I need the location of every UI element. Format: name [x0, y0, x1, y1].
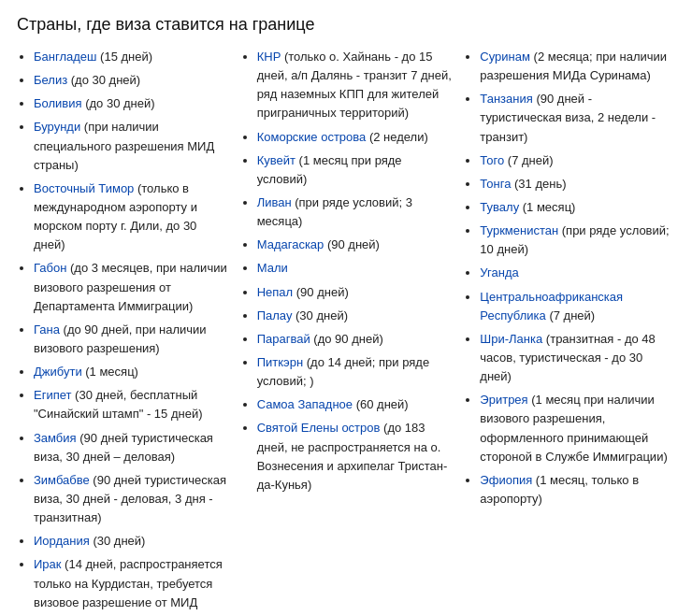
- list-item: Палау (30 дней): [257, 307, 453, 325]
- country-note: (30 дней): [292, 308, 348, 322]
- country-note: (60 дней): [353, 397, 409, 411]
- country-link[interactable]: Ирак: [34, 557, 62, 571]
- country-link[interactable]: Кувейт: [257, 153, 296, 167]
- country-note: (90 дней): [293, 285, 349, 299]
- country-link[interactable]: Ливан: [257, 195, 292, 209]
- country-link[interactable]: Питкэрн: [257, 355, 303, 369]
- list-item: Шри-Ланка (транзитная - до 48 часов, тур…: [480, 330, 675, 386]
- list-item: Кувейт (1 месяц при ряде условий): [257, 151, 453, 189]
- list-item: Танзания (90 дней - туристическая виза, …: [480, 90, 675, 146]
- list-item: Иордания (30 дней): [34, 532, 229, 551]
- list-item: Уганда: [480, 264, 675, 282]
- list-item: Белиз (до 30 дней): [34, 71, 229, 90]
- main-columns: Бангладеш (15 дней)Белиз (до 30 дней)Бол…: [17, 48, 675, 616]
- country-note: (90 дней): [324, 237, 380, 251]
- country-link[interactable]: Египет: [34, 388, 71, 402]
- country-note: (до 30 дней): [67, 73, 140, 87]
- list-item: Питкэрн (до 14 дней; при ряде условий; ): [257, 353, 453, 391]
- country-link[interactable]: Зимбабве: [34, 473, 90, 487]
- country-link[interactable]: Белиз: [34, 73, 67, 87]
- country-note: (7 дней): [546, 308, 595, 322]
- country-link[interactable]: Иордания: [34, 534, 90, 548]
- list-item: Египет (30 дней, бесплатный "Синайский ш…: [34, 386, 229, 423]
- country-note: (7 дней): [504, 153, 553, 167]
- country-note: (только о. Хайнань - до 15 дней, а/п Дал…: [257, 50, 452, 120]
- list-item: Эфиопия (1 месяц, только в аэропорту): [480, 471, 675, 509]
- country-note: (до 30 дней): [82, 96, 155, 110]
- country-link[interactable]: Святой Елены остров: [257, 421, 381, 435]
- list-item: Ливан (при ряде условий; 3 месяца): [257, 193, 453, 231]
- country-link[interactable]: Мали: [257, 261, 288, 275]
- country-link[interactable]: Непал: [257, 285, 293, 299]
- column-1-list: Бангладеш (15 дней)Белиз (до 30 дней)Бол…: [17, 48, 229, 616]
- list-item: Парагвай (до 90 дней): [257, 330, 453, 349]
- page-title: Страны, где виза ставится на границе: [17, 15, 675, 35]
- country-link[interactable]: Гана: [34, 322, 60, 337]
- list-item: Тувалу (1 месяц): [480, 198, 675, 217]
- list-item: Мали: [257, 259, 453, 278]
- country-note: (15 дней): [96, 50, 152, 64]
- list-item: Коморские острова (2 недели): [257, 128, 453, 147]
- country-link[interactable]: Эритрея: [480, 393, 527, 407]
- column-3-list: Суринам (2 месяца; при наличии разрешени…: [463, 48, 675, 509]
- list-item: Восточный Тимор (только в международном …: [34, 179, 229, 255]
- country-note: (30 дней): [90, 534, 146, 548]
- list-item: КНР (только о. Хайнань - до 15 дней, а/п…: [257, 48, 453, 123]
- country-link[interactable]: Бурунди: [34, 120, 80, 134]
- list-item: Центральноафриканская Республика (7 дней…: [480, 288, 675, 325]
- list-item: Замбия (90 дней туристическая виза, 30 д…: [34, 429, 229, 466]
- list-item: Суринам (2 месяца; при наличии разрешени…: [480, 48, 675, 85]
- list-item: Бурунди (при наличии специального разреш…: [34, 118, 229, 174]
- country-link[interactable]: Туркменистан: [480, 223, 558, 237]
- country-link[interactable]: Восточный Тимор: [34, 181, 134, 195]
- country-link[interactable]: Эфиопия: [480, 473, 532, 487]
- list-item: Мадагаскар (90 дней): [257, 236, 453, 254]
- country-link[interactable]: Бангладеш: [34, 50, 96, 64]
- country-link[interactable]: Боливия: [34, 96, 82, 110]
- country-link[interactable]: Коморские острова: [257, 130, 367, 144]
- country-link[interactable]: Суринам: [480, 50, 530, 64]
- country-note: (2 недели): [366, 130, 427, 144]
- country-link[interactable]: Габон: [34, 261, 66, 275]
- country-link[interactable]: Уганда: [480, 265, 518, 279]
- list-item: Боливия (до 30 дней): [34, 94, 229, 113]
- column-2-list: КНР (только о. Хайнань - до 15 дней, а/п…: [240, 48, 453, 494]
- country-link[interactable]: КНР: [257, 50, 281, 64]
- country-note: (до 90 дней): [310, 332, 383, 346]
- list-item: Непал (90 дней): [257, 283, 453, 302]
- list-item: Джибути (1 месяц): [34, 363, 229, 381]
- list-item: Гана (до 90 дней, при наличии визового р…: [34, 321, 229, 358]
- list-item: Туркменистан (при ряде условий; 10 дней): [480, 222, 675, 259]
- list-item: Бангладеш (15 дней): [34, 48, 229, 66]
- column-3: Суринам (2 месяца; при наличии разрешени…: [463, 48, 675, 513]
- country-link[interactable]: Тувалу: [480, 200, 519, 214]
- country-link[interactable]: Самоа Западное: [257, 397, 353, 411]
- list-item: Габон (до 3 месяцев, при наличии визовог…: [34, 259, 229, 315]
- country-link[interactable]: Парагвай: [257, 332, 310, 346]
- country-note: (1 месяц): [82, 365, 138, 379]
- country-link[interactable]: Замбия: [34, 431, 77, 445]
- list-item: Тонга (31 день): [480, 175, 675, 193]
- country-link[interactable]: Джибути: [34, 365, 82, 379]
- country-link[interactable]: Тонга: [480, 177, 511, 191]
- list-item: Зимбабве (90 дней туристическая виза, 30…: [34, 471, 229, 527]
- country-note: (1 месяц): [519, 200, 575, 214]
- country-link[interactable]: Того: [480, 153, 504, 167]
- list-item: Святой Елены остров (до 183 дней, не рас…: [257, 419, 453, 494]
- country-note: (14 дней, распространяется только на Кур…: [34, 557, 223, 616]
- country-note: (до 90 дней, при наличии визового разреш…: [34, 322, 207, 355]
- list-item: Того (7 дней): [480, 151, 675, 170]
- country-link[interactable]: Палау: [257, 308, 293, 322]
- list-item: Эритрея (1 месяц при наличии визового ра…: [480, 391, 675, 466]
- country-link[interactable]: Танзания: [480, 92, 532, 106]
- country-link[interactable]: Шри-Ланка: [480, 332, 542, 346]
- list-item: Ирак (14 дней, распространяется только н…: [34, 555, 229, 616]
- column-2: КНР (только о. Хайнань - до 15 дней, а/п…: [240, 48, 464, 499]
- country-link[interactable]: Мадагаскар: [257, 237, 324, 251]
- country-note: (31 день): [511, 177, 566, 191]
- list-item: Самоа Западное (60 дней): [257, 395, 453, 414]
- column-1: Бангладеш (15 дней)Белиз (до 30 дней)Бол…: [17, 48, 240, 616]
